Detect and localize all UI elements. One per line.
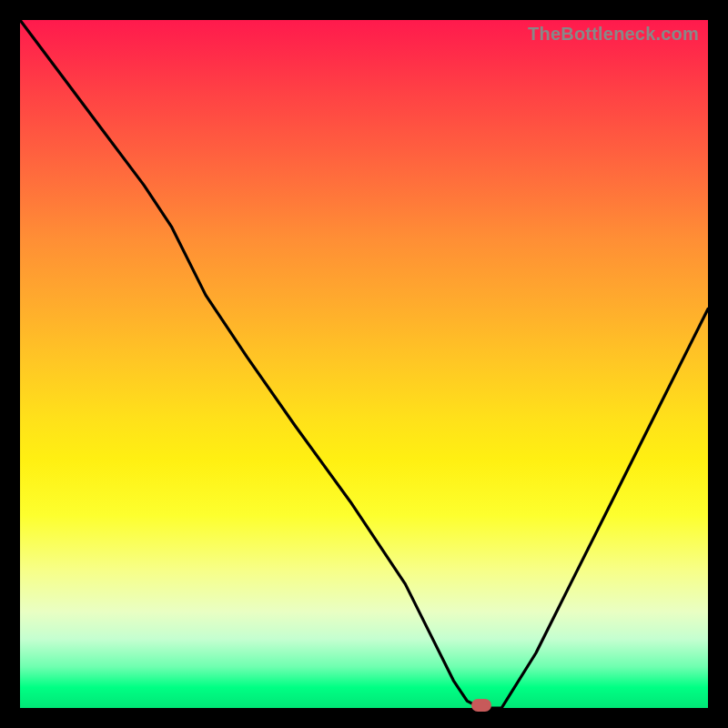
chart-outer: TheBottleneck.com bbox=[0, 0, 728, 728]
bottleneck-curve bbox=[20, 20, 708, 708]
chart-plot-area: TheBottleneck.com bbox=[20, 20, 708, 708]
optimal-marker bbox=[471, 699, 491, 712]
